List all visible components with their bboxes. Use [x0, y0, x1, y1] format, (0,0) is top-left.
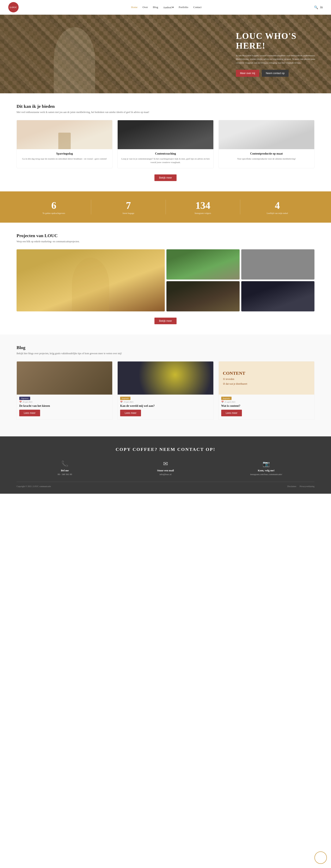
hero-primary-button[interactable]: Meer over mij — [236, 70, 259, 77]
blog-body-1: Lees meer — [17, 410, 112, 420]
dienst-title-3: Contentproductie op maat — [219, 152, 314, 155]
dienst-card-sparringsdag: Sparringsdag Ga in één dag terug naar de… — [16, 120, 112, 168]
hero-content: LOUC WHO'S HERE! Ik ben Marjolein Foppen… — [232, 19, 331, 89]
stat-label-2: Jaren bagage — [91, 212, 165, 214]
projecten-subtitle: Werp een blik op enkele marketing- en co… — [16, 240, 315, 243]
diensten-bekijk-meer-button[interactable]: Bekijk meer — [155, 175, 176, 181]
stat-number-2: 7 — [91, 200, 165, 211]
blog-card-3: CONTENT ① tevreden ② dat wat je distribu… — [219, 361, 315, 420]
dienst-image-1 — [17, 120, 112, 149]
diensten-section: Dit kan ik je bieden Met veel enthousias… — [0, 93, 331, 191]
projecten-title: Projecten van LOUC — [16, 233, 315, 238]
nav-contact[interactable]: Contact — [193, 6, 202, 9]
footer-contact-instagram: 📷 Kom, volg me! instagram.com/louc.commu… — [218, 460, 315, 475]
blog-grid: Algemeen 📅 26 juli 2021 De kracht van he… — [16, 361, 315, 420]
projecten-cta: Bekijk meer — [16, 318, 315, 324]
footer-links: Disclaimer Privacyverklaring — [287, 485, 315, 488]
nav-links: Home Over Blog Aanbod ▾ Portfolio Contac… — [131, 6, 202, 9]
stat-label-1: Te gekke opdrachtgevers — [16, 212, 91, 214]
blog-tag-3: Inspiratie — [221, 397, 232, 400]
footer-copyright: Copyright © 2021 | LOUC communicatie — [16, 485, 51, 488]
projecten-section: Projecten van LOUC Werp een blik op enke… — [0, 223, 331, 335]
blog-body-2: Lees meer — [118, 410, 213, 420]
calendar-icon: 📅 — [19, 401, 22, 403]
blog-body-3: Lees meer — [219, 410, 314, 420]
nav-icons: 🔍 in — [314, 5, 323, 9]
footer-contact-value-3[interactable]: instagram.com/louc.communicatie/ — [218, 473, 315, 475]
dienst-card-contentcoaching: Contentcoaching Loop je vast in je conte… — [118, 120, 213, 168]
dienst-title-2: Contentcoaching — [118, 152, 213, 155]
blog-section: Blog Bekijk hier blogs over projecten, k… — [0, 335, 331, 436]
project-image-podcast[interactable] — [16, 249, 165, 311]
stat-label-4: Leeftijd van mijn nekel — [240, 212, 315, 214]
hero-title: LOUC WHO'S HERE! — [236, 31, 319, 50]
footer-contact-label-3: Kom, volg me! — [218, 469, 315, 472]
hero-buttons: Meer over mij Neem contact op — [236, 70, 319, 77]
nav-portfolio[interactable]: Portfolio — [178, 6, 188, 9]
calendar-icon-3: 📅 — [221, 401, 224, 403]
dienst-image-2 — [118, 120, 213, 149]
blog-title-2: Kan de wereld mij wel aan? — [118, 404, 213, 408]
footer-contact-value-2[interactable]: info@louc.nl — [117, 473, 214, 475]
project-image-food[interactable] — [166, 281, 240, 311]
diensten-cta: Bekijk meer — [16, 175, 315, 181]
footer-contact-value-1[interactable]: 06 - 340 361 00 — [16, 473, 113, 475]
instagram-icon: 📷 — [218, 460, 315, 467]
project-image-phone[interactable] — [241, 281, 315, 311]
nav-over[interactable]: Over — [142, 6, 148, 9]
stat-item-4: 4 Leeftijd van mijn nekel — [240, 200, 315, 214]
linkedin-icon[interactable]: in — [320, 5, 323, 9]
blog-tag-1: Algemeen — [19, 397, 30, 400]
blog-date-2: 📅 19 juli 2021 — [118, 401, 213, 403]
hero-description: Ik ben Marjolein Foppen, creatief commun… — [236, 54, 319, 65]
blog-lees-meer-3[interactable]: Lees meer — [221, 410, 242, 416]
projecten-bekijk-meer-button[interactable]: Bekijk meer — [155, 318, 176, 324]
stat-item-3: 134 Instagram volgers — [166, 200, 240, 214]
footer-contact-label-2: Stuur een mail — [117, 469, 214, 472]
blog-image-2 — [118, 362, 213, 395]
blog-title-3: Wat is content? — [219, 404, 314, 408]
footer-disclaimer-link[interactable]: Disclaimer — [287, 485, 296, 488]
blog-image-3: CONTENT ① tevreden ② dat wat je distribu… — [219, 362, 314, 395]
blog-lees-meer-1[interactable]: Lees meer — [19, 410, 40, 416]
blog-tag-2: Inspiratie — [120, 397, 130, 400]
blog-card-2: Inspiratie 📅 19 juli 2021 Kan de wereld … — [118, 361, 213, 420]
diensten-subtitle: Met veel enthousiasme werk ik samen met … — [16, 111, 315, 114]
stat-number-4: 4 — [240, 200, 315, 211]
dienst-desc-1: Ga in één dag terug naar de essentie en … — [17, 157, 112, 161]
nav-blog[interactable]: Blog — [153, 6, 158, 9]
dienst-card-contentproductie: Contentproductie op maat Voor specifieke… — [219, 120, 315, 168]
blog-title-1: De kracht van het kiezen — [17, 404, 112, 408]
footer-contact-label-1: Bel me — [16, 469, 113, 472]
project-right-grid — [166, 249, 315, 311]
stat-number-3: 134 — [166, 200, 240, 211]
diensten-grid: Sparringsdag Ga in één dag terug naar de… — [16, 120, 315, 168]
nav-home[interactable]: Home — [131, 6, 138, 9]
blog-date-1: 📅 26 juli 2021 — [17, 401, 112, 403]
project-image-placeholder[interactable] — [241, 249, 315, 280]
blog-date-3: 📅 25 april 2021 — [219, 401, 314, 403]
dienst-image-3 — [219, 120, 314, 149]
hero-secondary-button[interactable]: Neem contact op — [262, 70, 289, 77]
stat-number-1: 6 — [16, 200, 91, 211]
footer-cta: COPY COFFEE? NEEM CONTACT OP! — [16, 447, 315, 452]
projecten-grid — [16, 249, 315, 311]
nav-aanbod[interactable]: Aanbod — [163, 6, 172, 9]
blog-title: Blog — [16, 345, 315, 350]
logo[interactable]: LOUC — [8, 2, 19, 12]
blog-card-1: Algemeen 📅 26 juli 2021 De kracht van he… — [16, 361, 112, 420]
dienst-desc-2: Loop je vast in je contentstrategie? In … — [118, 157, 213, 164]
calendar-icon-2: 📅 — [120, 401, 123, 403]
stat-item-2: 7 Jaren bagage — [91, 200, 165, 214]
phone-icon: 📞 — [16, 460, 113, 467]
logo-text: LOUC — [10, 6, 17, 8]
blog-lees-meer-2[interactable]: Lees meer — [120, 410, 141, 416]
project-image-aerial[interactable] — [166, 249, 240, 280]
blog-subtitle: Bekijk hier blogs over projecten, krijg … — [16, 352, 315, 355]
footer-privacy-link[interactable]: Privacyverklaring — [300, 485, 315, 488]
stats-bar: 6 Te gekke opdrachtgevers 7 Jaren bagage… — [0, 191, 331, 223]
blog-image-1 — [17, 362, 112, 395]
search-icon[interactable]: 🔍 — [314, 5, 318, 9]
footer-bottom: Copyright © 2021 | LOUC communicatie Dis… — [16, 482, 315, 488]
diensten-title: Dit kan ik je bieden — [16, 104, 315, 109]
